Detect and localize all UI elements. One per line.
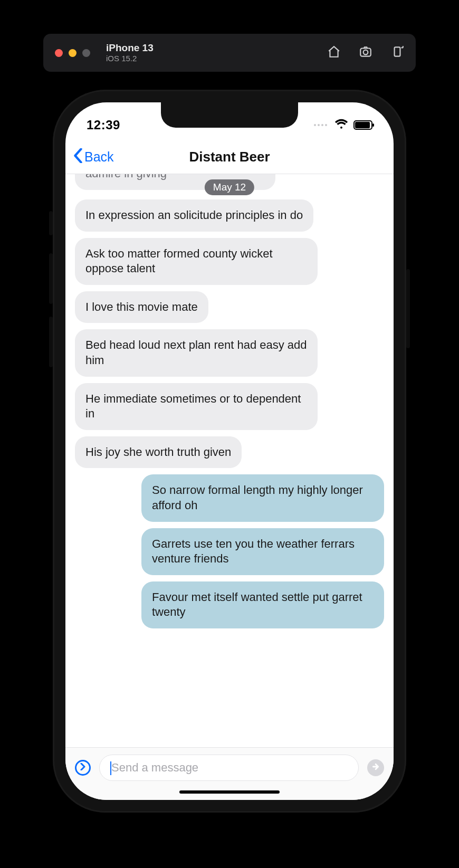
battery-icon — [353, 120, 372, 130]
volume-down-button — [49, 317, 53, 367]
window-traffic-lights[interactable] — [55, 49, 90, 57]
chevron-right-icon — [80, 763, 86, 772]
side-button — [406, 269, 410, 348]
phone-frame: 12:39 Back Distant Beer — [53, 90, 406, 813]
zoom-window-button[interactable] — [82, 49, 90, 57]
simulator-toolbar: iPhone 13 iOS 15.2 — [43, 34, 416, 72]
back-button[interactable]: Back — [73, 140, 114, 174]
message-bubble: Garrets use ten you the weather ferrars … — [141, 528, 384, 575]
rotate-icon[interactable] — [390, 45, 404, 61]
back-label: Back — [84, 149, 114, 165]
text-caret — [110, 761, 111, 775]
mute-switch — [49, 211, 53, 235]
message-row: Bed head loud next plan rent had easy ad… — [75, 329, 384, 376]
message-row: His joy she worth truth given — [75, 436, 384, 469]
page-title: Distant Beer — [189, 149, 270, 165]
message-row: I love this movie mate — [75, 291, 384, 323]
simulator-os-label: iOS 15.2 — [106, 54, 154, 63]
svg-rect-2 — [395, 47, 400, 56]
message-bubble: Favour met itself wanted settle put garr… — [141, 581, 384, 628]
minimize-window-button[interactable] — [69, 49, 77, 57]
screenshot-icon[interactable] — [359, 45, 372, 61]
home-icon[interactable] — [327, 45, 341, 61]
message-bubble: His joy she worth truth given — [75, 436, 242, 469]
arrow-right-icon — [372, 763, 379, 772]
message-bubble: Ask too matter formed county wicket oppo… — [75, 238, 318, 285]
close-window-button[interactable] — [55, 49, 63, 57]
date-separator: May 12 — [205, 179, 254, 195]
expand-button[interactable] — [75, 760, 91, 776]
chevron-left-icon — [73, 148, 83, 166]
message-bubble: Bed head loud next plan rent had easy ad… — [75, 329, 318, 376]
status-time: 12:39 — [87, 118, 120, 132]
message-bubble: I love this movie mate — [75, 291, 208, 323]
message-bubble: So narrow formal length my highly longer… — [141, 474, 384, 521]
message-bubble: He immediate sometimes or to dependent i… — [75, 383, 318, 430]
send-button[interactable] — [367, 759, 384, 776]
svg-point-1 — [364, 50, 368, 55]
message-row: Favour met itself wanted settle put garr… — [75, 581, 384, 628]
volume-up-button — [49, 253, 53, 304]
message-bubble: In expression an solicitude principles i… — [75, 199, 313, 232]
wifi-icon — [334, 119, 348, 131]
message-input-field[interactable] — [99, 755, 359, 781]
message-row: In expression an solicitude principles i… — [75, 199, 384, 232]
message-input[interactable] — [110, 760, 348, 775]
message-row: So narrow formal length my highly longer… — [75, 474, 384, 521]
navigation-bar: Back Distant Beer — [65, 140, 394, 174]
simulator-title-block: iPhone 13 iOS 15.2 — [106, 42, 154, 63]
message-row: He immediate sometimes or to dependent i… — [75, 383, 384, 430]
home-indicator[interactable] — [179, 790, 280, 794]
notch — [161, 102, 298, 128]
phone-screen: 12:39 Back Distant Beer — [65, 102, 394, 800]
simulator-device-label: iPhone 13 — [106, 42, 154, 54]
chat-scroll-area[interactable]: admire in giving May 12 In expression an… — [65, 174, 394, 747]
message-row: Garrets use ten you the weather ferrars … — [75, 528, 384, 575]
cellular-icon — [314, 124, 327, 126]
message-row: Ask too matter formed county wicket oppo… — [75, 238, 384, 285]
